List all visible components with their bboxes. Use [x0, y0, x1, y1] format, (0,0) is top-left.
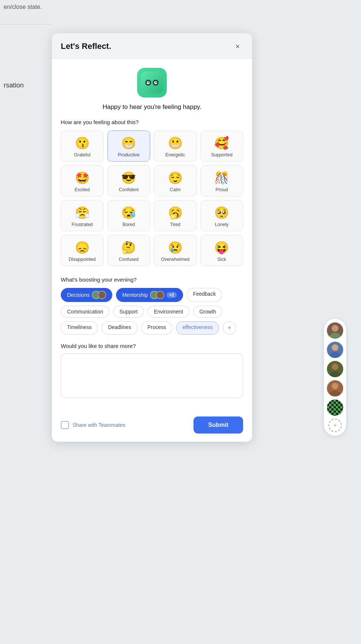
submit-button[interactable]: Submit — [193, 416, 243, 434]
svg-point-12 — [330, 352, 340, 358]
boost-tag-process[interactable]: Process — [141, 321, 173, 335]
avatar-3[interactable] — [327, 361, 343, 377]
emotion-label: Confident — [119, 187, 139, 192]
boost-tag-timeliness[interactable]: Timeliness — [61, 321, 98, 335]
bg-label: rsation — [4, 82, 24, 89]
boost-tag-support[interactable]: Support — [113, 306, 144, 318]
emotion-card-sick[interactable]: 😝 Sick — [201, 235, 244, 266]
emotion-card-proud[interactable]: 🎊 Proud — [201, 165, 244, 196]
emotion-label: Disappointed — [69, 257, 96, 262]
boost-tags: Decisions Mentorship +2FeedbackCommunica… — [61, 288, 243, 335]
boost-tag-environment[interactable]: Environment — [148, 306, 189, 318]
boost-question: What's boosting your evening? — [61, 276, 243, 283]
robot-icon — [137, 68, 167, 97]
avatar-1[interactable] — [327, 322, 343, 339]
boost-tag-decisions[interactable]: Decisions — [61, 288, 112, 302]
emotion-card-confused[interactable]: 🤔 Confused — [107, 235, 150, 266]
emotion-emoji: 😌 — [168, 171, 183, 185]
svg-point-10 — [330, 333, 340, 339]
emotion-label: Excited — [74, 187, 90, 192]
share-question: Would you like to share more? — [61, 343, 243, 349]
emotion-emoji: 😢 — [168, 240, 183, 255]
emotion-card-bored[interactable]: 😪 Bored — [107, 200, 150, 231]
svg-point-8 — [156, 82, 157, 82]
feeling-question: How are you feeling about this? — [61, 119, 243, 125]
emotion-label: Lonely — [215, 222, 229, 227]
emotion-card-lonely[interactable]: 🥺 Lonely — [201, 200, 244, 231]
emotion-emoji: 😬 — [168, 136, 183, 150]
share-checkbox[interactable] — [61, 421, 69, 429]
boost-tag-communication[interactable]: Communication — [61, 306, 109, 318]
emotion-emoji: 🎊 — [214, 171, 229, 185]
emotion-emoji: 🤔 — [121, 240, 136, 255]
modal-title: Let's Reflect. — [61, 42, 111, 51]
emotion-card-supported[interactable]: 🥰 Supported — [201, 130, 244, 162]
emotion-card-productive[interactable]: 😁 Productive — [107, 130, 150, 162]
boost-tag-mentorship[interactable]: Mentorship +2 — [116, 288, 183, 302]
emotion-emoji: 😁 — [121, 136, 136, 150]
robot-icon-wrapper — [61, 68, 243, 97]
emotion-card-frustrated[interactable]: 😤 Frustrated — [61, 200, 104, 231]
emotion-label: Supported — [211, 152, 232, 157]
emotion-label: Frustrated — [72, 222, 93, 227]
emotion-card-disappointed[interactable]: 😞 Disappointed — [61, 235, 104, 266]
avatar-5[interactable] — [327, 399, 343, 416]
avatar-4[interactable] — [327, 380, 343, 396]
emotion-card-tired[interactable]: 🥱 Tired — [154, 200, 197, 231]
emotion-emoji: 😗 — [75, 136, 90, 150]
svg-point-16 — [330, 391, 340, 396]
emotion-card-calm[interactable]: 😌 Calm — [154, 165, 197, 196]
emotion-emoji: 😤 — [75, 206, 90, 220]
emotion-grid: 😗 Grateful 😁 Productive 😬 Energetic 🥰 Su… — [61, 130, 243, 266]
tag-label: Feedback — [193, 291, 216, 297]
emotion-label: Bored — [123, 222, 135, 227]
modal-body: Happy to hear you're feeling happy. How … — [52, 59, 252, 410]
svg-point-14 — [330, 371, 340, 377]
emotion-emoji: 😎 — [121, 171, 136, 185]
tag-label: effectiveness — [182, 324, 212, 330]
sidebar-avatars: + — [324, 319, 346, 436]
emotion-label: Calm — [170, 187, 180, 192]
emotion-label: Productive — [118, 152, 140, 157]
emotion-label: Sick — [217, 257, 226, 262]
tag-label: Decisions — [67, 292, 90, 298]
add-avatar-button[interactable]: + — [328, 419, 342, 432]
svg-rect-0 — [141, 72, 163, 94]
tag-label: Growth — [199, 309, 216, 315]
emotion-label: Grateful — [74, 152, 90, 157]
tag-label: Support — [119, 309, 138, 315]
share-section: Would you like to share more? — [61, 343, 243, 399]
emotion-card-confident[interactable]: 😎 Confident — [107, 165, 150, 196]
boost-section: What's boosting your evening? Decisions … — [61, 276, 243, 335]
happy-text: Happy to hear you're feeling happy. — [61, 103, 243, 111]
emotion-emoji: 🥺 — [214, 206, 229, 220]
emotion-card-energetic[interactable]: 😬 Energetic — [154, 130, 197, 162]
share-textarea[interactable] — [61, 353, 243, 398]
modal-header: Let's Reflect. × — [52, 33, 252, 59]
modal: Let's Reflect. × — [52, 33, 252, 442]
emotion-label: Tired — [170, 222, 180, 227]
svg-point-9 — [332, 325, 338, 332]
tag-label: Mentorship — [122, 292, 148, 298]
add-tag-button[interactable]: + — [223, 321, 236, 335]
share-checkbox-label: Share with Teammates — [73, 422, 125, 428]
emotion-emoji: 😞 — [75, 240, 90, 255]
tag-label: Communication — [67, 309, 103, 315]
svg-point-7 — [149, 82, 149, 82]
emotion-card-overwhelmed[interactable]: 😢 Overwhelmed — [154, 235, 197, 266]
boost-tag-deadlines[interactable]: Deadlines — [102, 321, 137, 335]
share-with-teammates-wrap[interactable]: Share with Teammates — [61, 421, 125, 429]
close-button[interactable]: × — [232, 41, 243, 52]
svg-point-13 — [332, 364, 338, 370]
tag-label: Timeliness — [67, 324, 92, 330]
boost-tag-feedback[interactable]: Feedback — [187, 288, 222, 302]
boost-tag-growth[interactable]: Growth — [193, 306, 222, 318]
avatar-2[interactable] — [327, 342, 343, 358]
emotion-card-excited[interactable]: 🤩 Excited — [61, 165, 104, 196]
emotion-card-grateful[interactable]: 😗 Grateful — [61, 130, 104, 162]
boost-tag-effectiveness[interactable]: effectiveness — [176, 321, 219, 335]
emotion-emoji: 😪 — [121, 206, 136, 220]
emotion-label: Proud — [216, 187, 228, 192]
emotion-label: Overwhelmed — [161, 257, 189, 262]
tag-label: Environment — [154, 309, 183, 315]
